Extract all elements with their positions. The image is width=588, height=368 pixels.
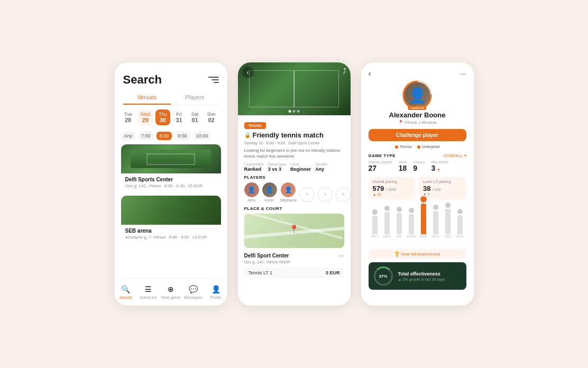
date-thu[interactable]: Thu 30 xyxy=(155,109,170,125)
nav-messages[interactable]: 💬 Messages xyxy=(182,284,205,300)
venue-name-row: Delfi Sport Center ··· xyxy=(244,251,344,260)
venue-card-1[interactable]: Delfi Sports Center Ozo g. 14C, Vilnius … xyxy=(121,144,221,191)
venue2-hours: 8:00 - 9:00 xyxy=(169,235,189,240)
bar-group-1: 230.2 xyxy=(382,206,392,238)
stat-gender: Gender Any xyxy=(315,162,327,172)
player-kevin[interactable]: 👤 Kevin xyxy=(262,182,277,202)
venue1-meta: Ozo g. 14C, Vilnius 8:00 - 8:30 15 EUR xyxy=(125,183,217,188)
sport-badge: Tennis xyxy=(244,122,266,129)
sport-volleyball: Volleyball xyxy=(417,144,440,149)
venue-more-icon[interactable]: ··· xyxy=(338,251,344,260)
player-john-img: 👤 xyxy=(244,182,259,197)
profile-header: ‹ ··· xyxy=(361,62,474,81)
tab-venues[interactable]: Venues xyxy=(123,91,171,105)
date-sat[interactable]: Sat 01 xyxy=(188,109,202,125)
player-kevin-img: 👤 xyxy=(262,182,277,197)
placements-row: Overall placing 579 / 1095 ▲ 32 Level 2.… xyxy=(369,177,466,199)
venue1-name: Delfi Sports Center xyxy=(125,177,217,182)
profile-nav-icon: 👤 xyxy=(211,284,221,294)
court-row: Tennis LT 1 5 EUR xyxy=(244,268,344,278)
game-venue-meta: Delfi Sport Center xyxy=(288,141,320,145)
stats-header: GAME TYPE OVERALL ▾ xyxy=(369,153,466,158)
tab-players[interactable]: Players xyxy=(171,91,219,105)
venue-info-block: Delfi Sport Center ··· Ozo g. 14C, Vilni… xyxy=(244,251,344,264)
bar-group-2: 228 xyxy=(394,207,405,238)
place-section-title: PLACE & COURT xyxy=(244,206,344,211)
add-player-icon-1[interactable]: + xyxy=(300,187,315,202)
profile-more-icon[interactable]: ··· xyxy=(460,69,466,78)
venue2-name: SEB arena xyxy=(125,228,217,234)
date-fri[interactable]: Fri 31 xyxy=(172,109,186,125)
game-stats-row: Competition Ranked Game type 3 vs 3 Leve… xyxy=(244,162,344,172)
venue-card-2[interactable]: SEB arena A2uolyrio g. 7, Vilnius 8:00 -… xyxy=(121,196,221,243)
add-player-icon-3[interactable]: + xyxy=(336,187,350,202)
dot-2 xyxy=(293,110,296,113)
stat-win-streak: Win streak 3 ● xyxy=(431,160,448,172)
bar-0 xyxy=(372,216,378,234)
venue2-price: 13 EUR xyxy=(192,235,207,240)
game-hero: ‹ ⤴ xyxy=(238,62,351,115)
time-800[interactable]: 8:00 xyxy=(157,132,172,140)
bar-chart: 154.7230.2228157/55204.5182.1175.8224.6 xyxy=(369,204,466,238)
add-player-icon-2[interactable]: + xyxy=(318,187,333,202)
date-tue[interactable]: Tue 28 xyxy=(121,109,135,125)
game-title: Friendly tennis match xyxy=(253,131,324,139)
nav-search[interactable]: 🔍 Search xyxy=(115,284,137,300)
bar-label-0: 154.7 xyxy=(371,235,379,238)
player-stephanie[interactable]: 👤 Stephanie xyxy=(280,182,297,202)
nav-profile-label: Profile xyxy=(210,295,222,300)
leaderboard-button[interactable]: 🏆 View full leaderboard xyxy=(369,249,466,259)
map-background: 📍 xyxy=(244,214,344,248)
map-container[interactable]: 📍 xyxy=(244,214,344,248)
date-wed[interactable]: Wed 29 xyxy=(137,109,153,125)
time-any[interactable]: Any xyxy=(121,132,136,140)
player-stephanie-avatar: 👤 xyxy=(281,182,296,197)
bar-2 xyxy=(397,213,402,234)
players-section-title: PLAYERS xyxy=(244,175,344,180)
bar-group-6: 175.8 xyxy=(443,203,453,238)
bar-avatar-2 xyxy=(397,207,402,212)
volleyball-dot xyxy=(417,145,420,149)
player-stephanie-name: Stephanie xyxy=(280,198,297,202)
chart-area: 154.7230.2228157/55204.5182.1175.8224.6 xyxy=(369,204,466,246)
dot-1 xyxy=(289,110,291,113)
overall-button[interactable]: OVERALL ▾ xyxy=(444,153,466,158)
player-add-2[interactable]: + xyxy=(318,187,333,202)
nav-profile[interactable]: 👤 Profile xyxy=(205,284,227,300)
bar-6 xyxy=(445,209,451,234)
time-900[interactable]: 9:00 xyxy=(174,132,190,140)
game-type-label: GAME TYPE xyxy=(369,153,396,158)
player-add-3[interactable]: + xyxy=(336,187,350,202)
net xyxy=(293,71,294,107)
bottom-nav: 🔍 Search ☰ Game list ⊕ New game 💬 Messag… xyxy=(115,278,227,306)
bar-group-4: 204.5 xyxy=(418,196,429,238)
profile-back-button[interactable]: ‹ xyxy=(369,69,371,78)
venue2-overlay xyxy=(121,196,221,225)
stat-gametype: Game type 3 vs 3 xyxy=(268,162,286,172)
date-sun[interactable]: Sun 02 xyxy=(204,109,219,125)
nav-gamelist[interactable]: ☰ Game list xyxy=(137,284,160,300)
dates-row: Tue 28 Wed 29 Thu 30 Fri 31 Sat 01 Sun 0… xyxy=(115,105,227,130)
bar-group-0: 154.7 xyxy=(370,209,380,238)
profile-avatar-wrapper: 👤 Level 2.5 xyxy=(403,81,431,109)
challenge-button[interactable]: Challenge player xyxy=(369,129,466,141)
player-kevin-avatar: 👤 xyxy=(262,182,277,197)
player-add-1[interactable]: + xyxy=(300,187,315,202)
venue1-image xyxy=(121,144,221,173)
nav-newgame[interactable]: ⊕ New game xyxy=(160,284,182,300)
back-button[interactable]: ‹ xyxy=(242,67,254,78)
venue-address: Ozo g. 14C, Vilnius 08200 xyxy=(244,260,344,264)
share-icon[interactable]: ⤴ xyxy=(343,67,346,75)
player-john[interactable]: 👤 John xyxy=(244,182,259,202)
game-title-row: 🔒 Friendly tennis match xyxy=(244,131,344,139)
stat-losses: Losses 9 xyxy=(413,160,425,172)
effectiveness-sub: ▲ 5% growth in last 30 days xyxy=(398,278,461,281)
filter-icon[interactable] xyxy=(208,75,219,85)
venue1-hours: 8:00 - 8:30 xyxy=(164,183,185,188)
time-1000[interactable]: 10:00 xyxy=(193,132,212,140)
bar-label-5: 182.1 xyxy=(432,235,439,238)
game-time: 8:00 - 9:00 xyxy=(266,141,285,145)
bar-label-4: 204.5 xyxy=(420,235,427,238)
level-trend: ▼ 5 xyxy=(423,192,462,196)
time-700[interactable]: 7:00 xyxy=(138,132,154,140)
